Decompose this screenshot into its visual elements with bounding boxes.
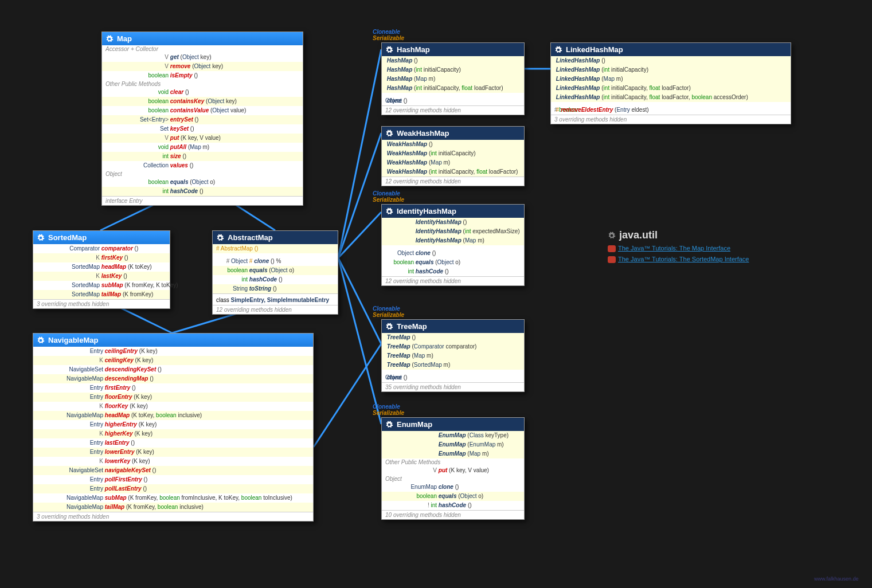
interface-tags: CloneableSerializable: [373, 305, 404, 318]
method-row: # boolean # removeEldestEntry (Entry eld…: [551, 105, 791, 115]
tutorial-link-1[interactable]: The Java™ Tutorials: The SortedMap Inter…: [608, 256, 749, 263]
method-row: LinkedHashMap (int initialCapacity): [551, 65, 791, 75]
method-row: Set keySet (): [102, 124, 303, 134]
class-title: TreeMap: [382, 320, 524, 333]
footer-note: 3 overriding methods hidden: [551, 115, 791, 124]
footer-note: 10 overriding methods hidden: [382, 510, 524, 519]
method-row: Entry floorEntry (K key): [33, 393, 313, 402]
method-row: Entry pollFirstEntry (): [33, 475, 313, 484]
footer-note: 12 overriding methods hidden: [382, 105, 524, 115]
method-row: NavigableSet navigableKeySet (): [33, 466, 313, 475]
method-row: Entry pollLastEntry (): [33, 484, 313, 493]
class-title: EnumMap: [382, 418, 524, 431]
method-row: EnumMap (Map m): [382, 449, 524, 458]
method-row: HashMap (int initialCapacity): [382, 65, 524, 75]
extra-row: class SimpleEntry, SimpleImmutableEntry: [213, 293, 338, 305]
method-row: NavigableMap subMap (K fromKey, boolean …: [33, 493, 313, 503]
gear-icon: [554, 46, 562, 54]
gear-icon: [608, 232, 616, 240]
method-row: EnumMap (EnumMap m): [382, 440, 524, 449]
svg-line-4: [314, 344, 381, 447]
method-row: int hashCode (): [213, 275, 338, 284]
method-row: boolean equals (Object o): [382, 258, 524, 267]
section-header: Object: [102, 170, 303, 178]
method-row: HashMap (): [382, 56, 524, 65]
method-row: LinkedHashMap (int initialCapacity, floa…: [551, 84, 791, 93]
section-header: Other Public Methods: [382, 458, 524, 466]
method-row: HashMap (int initialCapacity, float load…: [382, 84, 524, 93]
method-row: K ceilingKey (K key): [33, 356, 313, 365]
method-row: SortedMap headMap (K toKey): [33, 262, 170, 272]
method-row: Object clone (): [382, 96, 524, 105]
class-sortedmap: SortedMapComparator comparator ()K first…: [33, 230, 170, 309]
method-row: boolean containsValue (Object value): [102, 106, 303, 115]
method-row: NavigableMap descendingMap (): [33, 374, 313, 383]
class-enummap: EnumMap EnumMap (Class keyType) EnumMap …: [381, 417, 525, 520]
method-row: IdentityHashMap (int expectedMaxSize): [382, 227, 524, 236]
footer-note: 35 overriding methods hidden: [382, 382, 524, 391]
attribution: www.falkhausen.de: [814, 576, 859, 582]
method-row: WeakHashMap (int initialCapacity, float …: [382, 167, 524, 177]
method-row: EnumMap (Class keyType): [382, 431, 524, 440]
interface-tags: CloneableSerializable: [373, 403, 404, 416]
gear-icon: [385, 323, 393, 331]
svg-line-6: [338, 49, 381, 258]
method-row: int size (): [102, 152, 303, 161]
method-row: Entry lowerEntry (K key): [33, 448, 313, 457]
tutorial-link-0[interactable]: The Java™ Tutorials: The Map Interface: [608, 245, 749, 252]
method-row: V put (K key, V value): [382, 466, 524, 475]
package-panel: java.util The Java™ Tutorials: The Map I…: [608, 229, 749, 263]
method-row: void clear (): [102, 88, 303, 97]
method-row: NavigableMap headMap (K toKey, boolean i…: [33, 411, 313, 420]
footer-note: 3 overriding methods hidden: [33, 299, 170, 308]
footer-note: 12 overriding methods hidden: [382, 276, 524, 285]
method-row: TreeMap (Comparator comparator): [382, 342, 524, 351]
section-header: Other Public Methods: [102, 80, 303, 88]
class-title: LinkedHashMap: [551, 43, 791, 56]
method-row: Object clone (): [382, 249, 524, 258]
gear-icon: [385, 46, 393, 54]
method-row: WeakHashMap (int initialCapacity): [382, 149, 524, 158]
method-row: String toString (): [213, 284, 338, 293]
footer-note: 3 overriding methods hidden: [33, 512, 313, 521]
method-row: Comparator comparator (): [33, 244, 170, 253]
class-title: Map: [102, 32, 303, 45]
method-row: LinkedHashMap (): [551, 56, 791, 65]
method-row: WeakHashMap (Map m): [382, 158, 524, 167]
class-linkedhashmap: LinkedHashMap LinkedHashMap () LinkedHas…: [550, 42, 791, 124]
method-row: K firstKey (): [33, 253, 170, 262]
class-identityhashmap: IdentityHashMap IdentityHashMap () Ident…: [381, 204, 525, 286]
method-row: Entry higherEntry (K key): [33, 420, 313, 429]
method-row: SortedMap tailMap (K fromKey): [33, 290, 170, 299]
class-title: HashMap: [382, 43, 524, 56]
method-row: boolean equals (Object o): [102, 178, 303, 187]
method-row: boolean equals (Object o): [382, 492, 524, 501]
svg-line-5: [338, 258, 381, 344]
method-row: Set<Entry> entrySet (): [102, 115, 303, 124]
method-row: boolean containsKey (Object key): [102, 97, 303, 106]
class-navigablemap: NavigableMapEntry ceilingEntry (K key)K …: [33, 333, 314, 522]
method-row: Entry ceilingEntry (K key): [33, 347, 313, 356]
method-row: Entry lastEntry (): [33, 438, 313, 448]
class-title: NavigableMap: [33, 334, 313, 347]
svg-line-7: [338, 212, 381, 258]
footer-note: 12 overriding methods hidden: [213, 305, 338, 314]
method-row: V remove (Object key): [102, 62, 303, 71]
footer-note: 12 overriding methods hidden: [382, 177, 524, 186]
method-row: ! int hashCode (): [382, 501, 524, 510]
method-row: LinkedHashMap (int initialCapacity, floa…: [551, 93, 791, 102]
interface-tags: CloneableSerializable: [373, 190, 404, 203]
class-hashmap: HashMap HashMap () HashMap (int initialC…: [381, 42, 525, 115]
method-row: Entry firstEntry (): [33, 383, 313, 393]
class-weakhashmap: WeakHashMap WeakHashMap () WeakHashMap (…: [381, 126, 525, 186]
gear-icon: [385, 130, 393, 138]
gear-icon: [37, 234, 45, 242]
gear-icon: [216, 234, 224, 242]
class-title: AbstractMap: [213, 231, 338, 244]
method-row: V put (K key, V value): [102, 134, 303, 143]
section-header: Object: [382, 475, 524, 483]
method-row: K lastKey (): [33, 272, 170, 281]
method-row: IdentityHashMap (): [382, 218, 524, 227]
class-title: SortedMap: [33, 231, 170, 244]
method-row: NavigableSet descendingKeySet (): [33, 365, 313, 374]
